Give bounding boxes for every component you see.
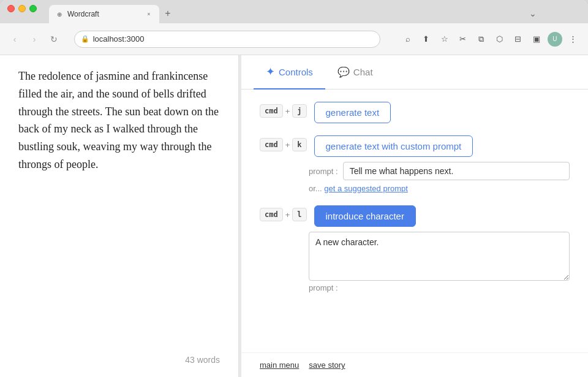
active-tab[interactable]: ⊕ Wordcraft × — [49, 5, 159, 23]
app-content: The redolence of jasmine and frankincens… — [0, 55, 588, 377]
editor-text[interactable]: The redolence of jasmine and frankincens… — [18, 67, 220, 349]
lock-icon: 🔒 — [81, 35, 89, 43]
kbd-key-0: j — [292, 104, 306, 118]
editor-panel: The redolence of jasmine and frankincens… — [0, 55, 239, 377]
back-button[interactable]: ‹ — [7, 32, 22, 47]
bottom-links: main menu save story — [241, 352, 588, 377]
controls-content: cmd + j generate text cmd + k genera — [241, 89, 588, 305]
shortcut-row-0: cmd + j generate text — [260, 102, 570, 123]
get-suggested-prompt-link[interactable]: get a suggested prompt — [324, 184, 408, 193]
plus-1: + — [285, 140, 290, 150]
main-menu-link[interactable]: main menu — [260, 360, 299, 370]
address-bar: ‹ › ↻ 🔒 localhost:3000 ⌕ ⬆ ☆ ✂ ⧉ ⬡ ⊟ ▣ U… — [0, 23, 588, 55]
plus-0: + — [285, 107, 290, 116]
word-count: 43 words — [18, 355, 220, 365]
extensions-icon[interactable]: ⬡ — [492, 32, 507, 47]
new-tab-button[interactable]: + — [159, 5, 176, 22]
introduce-character-button[interactable]: introduce character — [314, 205, 416, 227]
kbd-cmd-2: cmd — [260, 208, 283, 221]
copy-icon[interactable]: ⧉ — [474, 32, 489, 47]
browser-window: ⊕ Wordcraft × + ⌄ ‹ › ↻ 🔒 localhost:3000… — [0, 0, 588, 377]
url-text: localhost:3000 — [93, 34, 145, 44]
prompt-row-1: prompt : — [309, 162, 570, 180]
plus-2: + — [285, 210, 290, 219]
close-traffic-light[interactable] — [7, 5, 15, 12]
kbd-key-1: k — [292, 138, 306, 151]
zoom-icon[interactable]: ⌕ — [401, 32, 415, 47]
suggest-link-row: or... get a suggested prompt — [309, 184, 570, 193]
chat-icon: 💬 — [337, 66, 350, 78]
menu-icon[interactable]: ⋮ — [566, 32, 581, 47]
forward-button[interactable]: › — [27, 32, 42, 47]
kbd-cmd-1: cmd — [260, 138, 283, 151]
suggest-prefix: or... — [309, 184, 322, 193]
traffic-lights — [0, 0, 44, 17]
controls-panel: ✦ Controls 💬 Chat cmd + j generat — [241, 55, 588, 377]
shortcut-group-1: cmd + k generate text with custom prompt… — [260, 135, 570, 193]
generate-custom-button[interactable]: generate text with custom prompt — [314, 135, 473, 157]
toolbar-icons: ⌕ ⬆ ☆ ✂ ⧉ ⬡ ⊟ ▣ U ⋮ — [401, 32, 581, 47]
cut-icon[interactable]: ✂ — [456, 32, 470, 47]
window-icon[interactable]: ▣ — [529, 32, 544, 47]
panel-tabs: ✦ Controls 💬 Chat — [241, 55, 588, 89]
tab-favicon: ⊕ — [55, 10, 64, 18]
character-prompt-textarea[interactable] — [309, 232, 570, 281]
shortcut-keys-2: cmd + l — [260, 208, 307, 221]
tab-chat[interactable]: 💬 Chat — [325, 55, 385, 89]
save-story-link[interactable]: save story — [309, 360, 345, 370]
url-bar[interactable]: 🔒 localhost:3000 — [74, 31, 380, 48]
sidebar-icon[interactable]: ⊟ — [511, 32, 526, 47]
tab-controls-label: Controls — [279, 67, 313, 77]
avatar[interactable]: U — [548, 32, 562, 47]
bookmark-icon[interactable]: ☆ — [437, 32, 452, 47]
prompt-label-row-2: prompt : — [309, 283, 570, 292]
generate-text-button[interactable]: generate text — [314, 102, 391, 123]
shortcut-group-2: cmd + l introduce character prompt : — [260, 205, 570, 292]
sparkles-icon: ✦ — [266, 65, 275, 78]
prompt-label-1: prompt : — [309, 167, 338, 176]
tab-label: Wordcraft — [67, 10, 99, 18]
prompt-textarea-row — [309, 232, 570, 281]
refresh-button[interactable]: ↻ — [47, 32, 61, 47]
prompt-label-2: prompt : — [309, 283, 338, 292]
tab-close-button[interactable]: × — [145, 10, 153, 18]
tab-options-icon[interactable]: ⌄ — [527, 7, 539, 20]
kbd-key-2: l — [292, 208, 306, 221]
fullscreen-traffic-light[interactable] — [29, 5, 37, 12]
tab-controls[interactable]: ✦ Controls — [254, 55, 325, 89]
shortcut-row-2: cmd + l introduce character — [260, 205, 570, 227]
kbd-cmd-0: cmd — [260, 104, 283, 118]
shortcut-row-1: cmd + k generate text with custom prompt — [260, 135, 570, 157]
shortcut-keys-1: cmd + k — [260, 138, 307, 151]
tab-chat-label: Chat — [353, 67, 373, 77]
prompt-input-1[interactable] — [343, 162, 570, 180]
minimize-traffic-light[interactable] — [18, 5, 26, 12]
shortcut-keys-0: cmd + j — [260, 104, 307, 118]
share-icon[interactable]: ⬆ — [419, 32, 434, 47]
